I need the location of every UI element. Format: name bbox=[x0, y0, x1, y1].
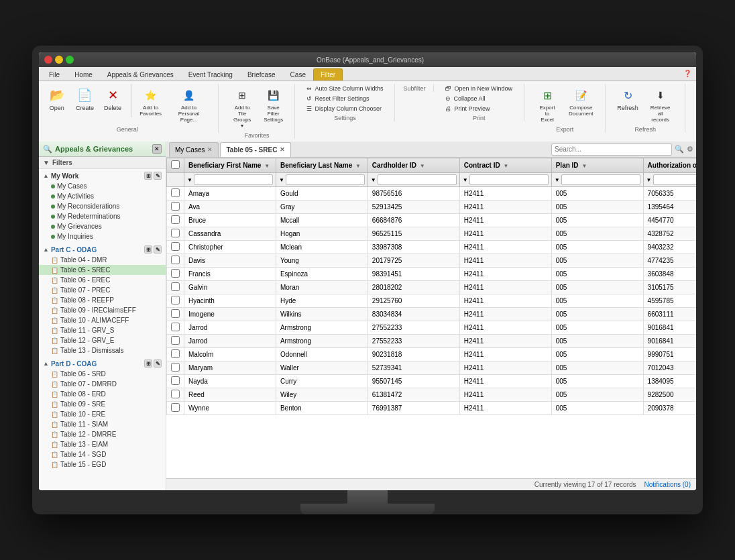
row-checkbox[interactable] bbox=[171, 188, 180, 197]
print-preview-button[interactable]: 🖨 Print Preview bbox=[442, 104, 516, 113]
table-container[interactable]: Beneficiary First Name ▼ Beneficiary Las… bbox=[166, 158, 696, 478]
sidebar-item-table10-alimaceff[interactable]: 📋 Table 10 - ALIMACEFF bbox=[39, 315, 166, 325]
tab-file[interactable]: File bbox=[42, 68, 67, 80]
sidebar-item-table12-dmrre[interactable]: 📋 Table 12 - DMRRE bbox=[39, 429, 166, 439]
table-row[interactable]: AvaGray52913425H24110051395464NCPPT2017/… bbox=[167, 201, 697, 214]
maximize-button[interactable] bbox=[66, 56, 74, 64]
minimize-button[interactable] bbox=[55, 56, 63, 64]
collapse-all-button[interactable]: ⊖ Collapse All bbox=[442, 94, 516, 103]
filter-last-name[interactable] bbox=[286, 174, 365, 185]
close-button[interactable] bbox=[44, 56, 52, 64]
row-checkbox[interactable] bbox=[171, 336, 180, 345]
my-work-action1[interactable]: ⊞ bbox=[144, 172, 152, 180]
part-d-action1[interactable]: ⊞ bbox=[144, 359, 152, 368]
row-checkbox[interactable] bbox=[171, 229, 180, 237]
sidebar-item-table14-sgd[interactable]: 📋 Table 14 - SGD bbox=[39, 449, 166, 459]
table-row[interactable]: WynneBenton76991387H24110052090378NCPGE2… bbox=[167, 402, 697, 415]
add-to-personal-page-button[interactable]: 👤 Add toPersonal Page... bbox=[168, 84, 211, 125]
sidebar-item-my-reconsiderations[interactable]: My Reconsiderations bbox=[39, 201, 166, 211]
filter-plan-id[interactable] bbox=[561, 174, 640, 185]
reset-filter-button[interactable]: ↺ Reset Filter Settings bbox=[303, 94, 386, 103]
save-filter-settings-button[interactable]: 💾 Save FilterSettings bbox=[260, 84, 286, 125]
row-checkbox[interactable] bbox=[171, 256, 180, 264]
part-d-action2[interactable]: ✎ bbox=[154, 359, 162, 368]
sidebar-item-my-inquiries[interactable]: My Inquiries bbox=[39, 231, 166, 241]
sidebar-item-table13-eiam[interactable]: 📋 Table 13 - EIAM bbox=[39, 439, 166, 449]
tab-case[interactable]: Case bbox=[283, 68, 313, 80]
sidebar-item-table07-dmrrd[interactable]: 📋 Table 07 - DMRRD bbox=[39, 379, 166, 389]
sidebar-item-table11-grv-s[interactable]: 📋 Table 11 - GRV_S bbox=[39, 325, 166, 335]
part-c-action2[interactable]: ✎ bbox=[154, 245, 162, 254]
table-row[interactable]: ImogeneWilkins83034834H24110056603111NCP… bbox=[167, 308, 697, 321]
display-column-chooser-button[interactable]: ☰ Display Column Chooser bbox=[303, 104, 386, 113]
table-row[interactable]: FrancisEspinoza98391451H24110053603848BF… bbox=[167, 268, 697, 281]
sidebar-item-table09-sre[interactable]: 📋 Table 09 - SRE bbox=[39, 399, 166, 409]
table-row[interactable]: CassandraHogan96525115H24110054328752BCA… bbox=[167, 227, 697, 241]
row-checkbox[interactable] bbox=[171, 390, 180, 398]
table-row[interactable]: JarrodArmstrong27552233H24110059016841NC… bbox=[167, 321, 697, 335]
tab-table05-close[interactable]: ✕ bbox=[280, 146, 285, 153]
compose-document-button[interactable]: 📝 ComposeDocument bbox=[565, 84, 597, 119]
sidebar-item-table04-dmr[interactable]: 📋 Table 04 - DMR bbox=[39, 255, 166, 265]
sidebar-item-table15-egd[interactable]: 📋 Table 15 - EGD bbox=[39, 459, 166, 469]
create-button[interactable]: 📄 Create bbox=[72, 84, 98, 113]
tab-my-cases[interactable]: My Cases ✕ bbox=[169, 142, 219, 157]
notifications-link[interactable]: Notifications (0) bbox=[644, 481, 691, 488]
row-checkbox[interactable] bbox=[171, 296, 180, 304]
open-button[interactable]: 📂 Open bbox=[44, 84, 70, 113]
filter-first-name[interactable] bbox=[194, 174, 273, 185]
tab-home[interactable]: Home bbox=[67, 68, 100, 80]
tab-event-tracking[interactable]: Event Tracking bbox=[181, 68, 240, 80]
col-contract-id[interactable]: Contract ID ▼ bbox=[459, 158, 551, 173]
sidebar-item-my-activities[interactable]: My Activities bbox=[39, 191, 166, 201]
row-checkbox[interactable] bbox=[171, 269, 180, 278]
sidebar-item-table09-ireclaimseff[interactable]: 📋 Table 09 - IREClaimsEFF bbox=[39, 305, 166, 315]
table-row[interactable]: AmayaGould98756516H24110057056335BRANC20… bbox=[167, 187, 697, 201]
sidebar-item-table07-prec[interactable]: 📋 Table 07 - PREC bbox=[39, 285, 166, 295]
sidebar-close-button[interactable]: ✕ bbox=[152, 144, 162, 154]
row-checkbox[interactable] bbox=[171, 363, 180, 372]
sidebar-item-table10-ere[interactable]: 📋 Table 10 - ERE bbox=[39, 409, 166, 419]
add-to-favorites-button[interactable]: ⭐ Add toFavorites bbox=[137, 84, 165, 119]
filter-auth-claim[interactable] bbox=[653, 174, 696, 185]
display-dashboard-button[interactable]: 📊 Display asDashboard bbox=[693, 84, 696, 119]
table-row[interactable]: DavisYoung20179725H24110054774235BHOS201… bbox=[167, 254, 697, 268]
sidebar-item-table11-siam[interactable]: 📋 Table 11 - SIAM bbox=[39, 419, 166, 429]
sidebar-item-table08-reefp[interactable]: 📋 Table 08 - REEFP bbox=[39, 295, 166, 305]
refresh-button[interactable]: ↻ Refresh bbox=[614, 84, 641, 113]
sidebar-item-my-redeterminations[interactable]: My Redeterminations bbox=[39, 211, 166, 221]
table-row[interactable]: JarrodArmstrong27552233H24110059016841BR… bbox=[167, 335, 697, 348]
table-row[interactable]: HyacinthHyde29125760H24110054595785CPPT2… bbox=[167, 294, 697, 308]
sidebar-item-table05-srec[interactable]: 📋 Table 05 - SREC bbox=[39, 265, 166, 275]
row-checkbox[interactable] bbox=[171, 215, 180, 224]
select-all-checkbox[interactable] bbox=[171, 160, 180, 169]
table-row[interactable]: MalcolmOdonnell90231818H24110059990751BR… bbox=[167, 348, 697, 361]
search-icon[interactable]: 🔍 bbox=[675, 145, 684, 154]
add-to-tile-groups-button[interactable]: ⊞ Add toTile Groups ▾ bbox=[227, 84, 257, 131]
row-checkbox[interactable] bbox=[171, 242, 180, 251]
col-beneficiary-last-name[interactable]: Beneficiary Last Name ▼ bbox=[276, 158, 368, 173]
open-new-window-button[interactable]: 🗗 Open in New Window bbox=[442, 84, 516, 93]
tab-filter[interactable]: Filter bbox=[313, 68, 343, 80]
table-row[interactable]: BruceMccall66684876H24110054454770CPGE20… bbox=[167, 214, 697, 227]
part-d-header[interactable]: ▲ Part D - COAG ⊞ ✎ bbox=[39, 358, 166, 369]
help-button[interactable]: ❓ bbox=[683, 70, 691, 77]
row-checkbox[interactable] bbox=[171, 282, 180, 291]
delete-button[interactable]: ✕ Delete bbox=[100, 84, 125, 113]
my-work-action2[interactable]: ✎ bbox=[154, 172, 162, 180]
row-checkbox[interactable] bbox=[171, 309, 180, 318]
sidebar-item-table13-dismissals[interactable]: 📋 Table 13 - Dismissals bbox=[39, 345, 166, 355]
col-plan-id[interactable]: Plan ID ▼ bbox=[551, 158, 643, 173]
settings-icon[interactable]: ⚙ bbox=[687, 145, 693, 154]
table-row[interactable]: ReedWiley61381472H24110059282500CPPCP201… bbox=[167, 388, 697, 402]
sidebar-item-my-grievances[interactable]: My Grievances bbox=[39, 221, 166, 231]
tab-appeals[interactable]: Appeals & Grievances bbox=[100, 68, 181, 80]
table-row[interactable]: MaryamWaller52739341H24110057012043NCPPS… bbox=[167, 361, 697, 375]
col-beneficiary-first-name[interactable]: Beneficiary First Name ▼ bbox=[184, 158, 276, 173]
sidebar-item-table08-erd[interactable]: 📋 Table 08 - ERD bbox=[39, 389, 166, 399]
row-checkbox[interactable] bbox=[171, 403, 180, 412]
sidebar-item-my-cases[interactable]: My Cases bbox=[39, 181, 166, 191]
auto-size-button[interactable]: ⇔ Auto Size Column Widths bbox=[303, 84, 386, 93]
part-c-action1[interactable]: ⊞ bbox=[144, 245, 152, 254]
table-row[interactable]: NaydaCurry95507145H24110051384095CPDME20… bbox=[167, 375, 697, 388]
